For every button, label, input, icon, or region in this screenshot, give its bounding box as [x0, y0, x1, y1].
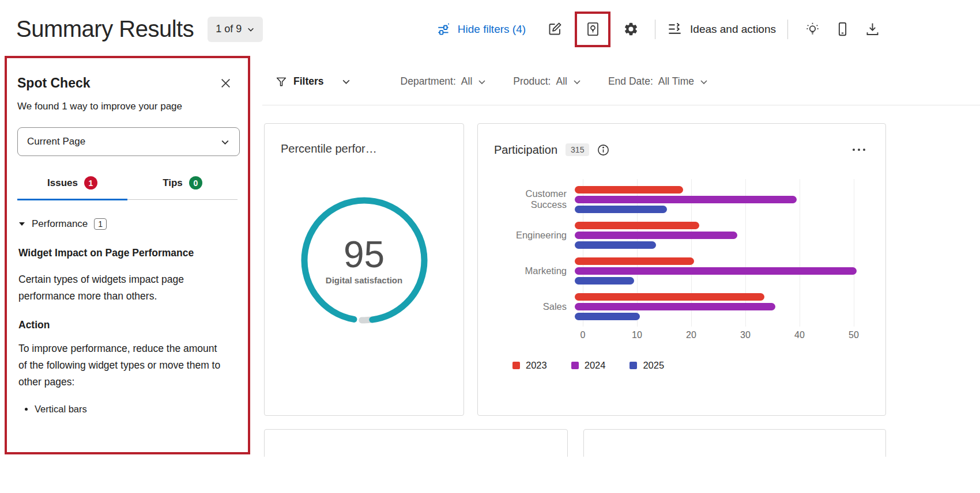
participation-card: Participation 315 Customer SuccessEngine…: [477, 123, 886, 416]
legend-label: 2023: [526, 360, 547, 371]
filters-button[interactable]: Filters: [276, 75, 324, 88]
performance-section-toggle[interactable]: Performance 1: [17, 218, 238, 230]
header: Summary Results 1 of 9 Hide filters (4): [0, 0, 980, 58]
hide-filters-button[interactable]: Hide filters (4): [436, 22, 526, 37]
bar-2023-engineering[interactable]: [575, 222, 699, 229]
edit-icon: [547, 21, 563, 37]
bar-2024-customer-success[interactable]: [575, 196, 797, 203]
page-dropdown[interactable]: Current Page: [17, 127, 240, 156]
tab-tips-label: Tips: [163, 177, 183, 189]
action-body: To improve performance, reduce the amoun…: [17, 340, 222, 391]
spot-check-title: Spot Check: [17, 75, 91, 91]
download-icon: [865, 21, 880, 37]
bar-2023-customer-success[interactable]: [575, 186, 683, 194]
axis-tick-label: 0: [581, 330, 586, 340]
percentile-card-title: Percentile perfor…: [281, 142, 447, 156]
mobile-preview-button[interactable]: [830, 17, 855, 42]
filter-end-date[interactable]: End Date: All Time: [608, 75, 708, 88]
filter-product[interactable]: Product: All: [513, 75, 582, 88]
page-dropdown-value: Current Page: [27, 136, 85, 147]
bar-2024-engineering[interactable]: [575, 232, 737, 239]
chart-row: Engineering: [494, 217, 869, 253]
filters-expand-button[interactable]: [341, 77, 351, 86]
caret-down-icon: [18, 221, 25, 227]
settings-button[interactable]: [618, 17, 643, 42]
page-title: Summary Results: [16, 16, 194, 42]
chevron-down-icon: [699, 77, 708, 86]
chart-bar-group: [575, 186, 797, 213]
chevron-down-icon: [247, 25, 255, 33]
page-selector[interactable]: 1 of 9: [208, 17, 263, 42]
chart-category-label: Marketing: [494, 266, 575, 276]
ideas-and-actions-label: Ideas and actions: [690, 23, 776, 36]
filters-bar: Filters Department: All Product: All End…: [262, 58, 980, 105]
toolbar-divider: [787, 20, 788, 39]
filter-end-date-name: End Date:: [608, 75, 653, 88]
axis-tick-label: 10: [632, 330, 642, 340]
chart-bar-group: [575, 257, 857, 285]
gauge-caption: Digital satisfaction: [326, 275, 402, 285]
gauge-value: 95: [344, 236, 385, 274]
spot-check-panel annotation-box-spot-check-panel: Spot Check We found 1 way to improve you…: [5, 56, 250, 454]
chart-row: Customer Success: [494, 181, 869, 217]
legend-swatch: [571, 362, 579, 369]
edit-button[interactable]: [542, 17, 567, 42]
filter-department-value: All: [461, 75, 472, 88]
hide-filters-label: Hide filters (4): [458, 23, 526, 36]
spot-check-tabs: Issues 1 Tips 0: [17, 169, 238, 200]
bar-2025-sales[interactable]: [575, 313, 640, 320]
bar-2023-sales[interactable]: [575, 293, 764, 301]
participation-card-title: Participation: [494, 143, 557, 157]
bar-2025-marketing[interactable]: [575, 277, 634, 285]
tab-issues-label: Issues: [47, 177, 78, 189]
chart-bar-group: [575, 293, 775, 320]
issues-count-badge: 1: [84, 176, 97, 189]
performance-section-label: Performance: [32, 218, 88, 230]
filters-label: Filters: [293, 75, 324, 88]
action-items-list: Vertical bars: [17, 401, 238, 416]
chevron-down-icon: [572, 77, 582, 86]
filter-funnel-icon: [276, 76, 287, 88]
spot-check-button[interactable]: [580, 17, 605, 42]
bar-2024-sales[interactable]: [575, 303, 775, 310]
filter-department[interactable]: Department: All: [401, 75, 487, 88]
issue-title: Widget Impact on Page Performance: [17, 245, 208, 262]
tab-issues[interactable]: Issues 1: [17, 169, 127, 199]
bar-2023-marketing[interactable]: [575, 257, 694, 265]
chart-row: Marketing: [494, 253, 869, 289]
chart-axis: 01020304050: [494, 330, 869, 344]
info-icon[interactable]: [597, 144, 609, 156]
card-menu-button[interactable]: [849, 141, 869, 158]
list-arrows-icon: [667, 21, 683, 37]
participation-chart: Customer SuccessEngineeringMarketingSale…: [494, 181, 869, 344]
filter-end-date-value: All Time: [658, 75, 694, 88]
toolbar-divider: [655, 20, 655, 39]
legend-item[interactable]: 2023: [512, 360, 547, 371]
chart-rows: Customer SuccessEngineeringMarketingSale…: [494, 181, 869, 324]
axis-tick-label: 40: [794, 330, 805, 340]
bar-2024-marketing[interactable]: [575, 267, 857, 275]
bar-2025-engineering[interactable]: [575, 241, 656, 249]
download-button[interactable]: [860, 17, 885, 42]
insights-button[interactable]: [800, 17, 825, 42]
action-label: Action: [17, 319, 238, 331]
action-item: Vertical bars: [35, 401, 238, 416]
close-button[interactable]: [217, 74, 234, 92]
filter-slider-icon: [436, 22, 451, 37]
close-icon: [220, 77, 232, 89]
tab-tips[interactable]: Tips 0: [127, 169, 238, 199]
legend-item[interactable]: 2025: [630, 360, 664, 371]
gauge-widget: 95 Digital satisfaction: [295, 191, 434, 329]
filter-department-name: Department:: [401, 75, 456, 88]
tips-count-badge: 0: [189, 176, 202, 189]
axis-tick-label: 50: [849, 330, 859, 340]
legend-label: 2024: [585, 360, 606, 371]
ideas-and-actions-button[interactable]: Ideas and actions: [667, 21, 776, 37]
chart-category-label: Engineering: [494, 230, 575, 241]
chart-row: Sales: [494, 289, 869, 324]
annotation-box-spot-check: [575, 12, 610, 47]
performance-section-count: 1: [94, 218, 107, 230]
legend-item[interactable]: 2024: [571, 360, 606, 371]
percentile-card: Percentile perfor… 95 Digital satisfacti…: [264, 123, 464, 416]
bar-2025-customer-success[interactable]: [575, 206, 667, 213]
